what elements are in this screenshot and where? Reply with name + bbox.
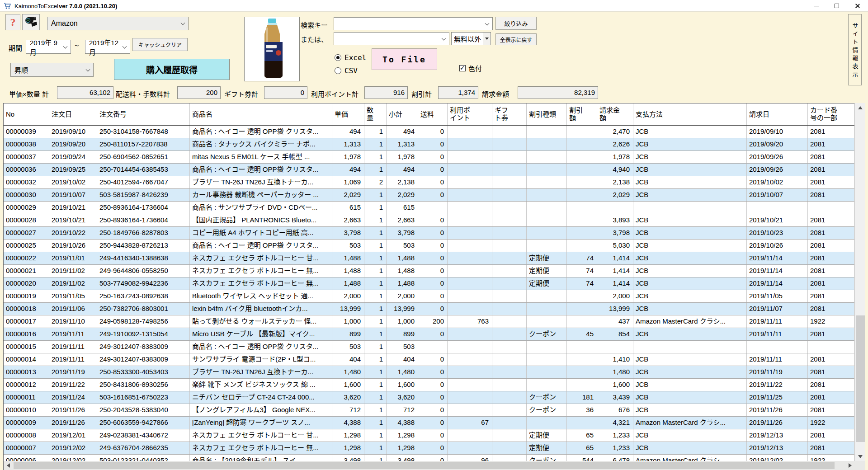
cell-card[interactable]: 2081: [808, 353, 854, 366]
col-header-card[interactable]: カード番号の一部: [808, 103, 854, 125]
cell-discount-amount[interactable]: 65: [567, 442, 597, 454]
cell-qty[interactable]: 1: [364, 189, 387, 201]
cell-no[interactable]: 00000019: [4, 290, 49, 302]
cell-gift[interactable]: [492, 214, 527, 226]
cell-shipping[interactable]: 0: [418, 151, 448, 163]
cell-billed-amount[interactable]: 1,414: [597, 265, 633, 277]
cell-card[interactable]: 2081: [808, 303, 854, 315]
cell-order-date[interactable]: 2019/11/02: [49, 265, 97, 277]
cell-billed-amount[interactable]: 2,470: [597, 126, 633, 138]
cell-product[interactable]: 商品名 : ヘイコー 透明 OPP袋 クリスタ...: [190, 341, 332, 353]
cell-order-date[interactable]: 2019/11/11: [49, 353, 97, 366]
cell-billed-amount[interactable]: 1,233: [597, 442, 633, 454]
cell-qty[interactable]: 1: [364, 315, 387, 328]
cell-billed-amount[interactable]: 3,798: [597, 227, 633, 239]
cell-subtotal[interactable]: 404: [387, 353, 418, 366]
table-row[interactable]: 000000152019/11/11249-3012407-8383009商品名…: [4, 341, 854, 353]
cell-unit-price[interactable]: 3,498: [332, 455, 364, 461]
cell-order-no[interactable]: 249-6376704-2866235: [97, 442, 190, 454]
minimize-button[interactable]: [806, 0, 826, 12]
cell-unit-price[interactable]: 1,600: [332, 379, 364, 391]
table-row[interactable]: 000000062019/12/02503-0123321-0440352商品名…: [4, 455, 854, 461]
cell-discount-type[interactable]: 定期便: [527, 265, 567, 277]
cell-qty[interactable]: 1: [364, 341, 387, 353]
cell-billed-amount[interactable]: 4,940: [597, 164, 633, 176]
cell-unit-price[interactable]: 899: [332, 328, 364, 340]
table-row[interactable]: 000000392019/09/10250-3104158-7667848商品名…: [4, 126, 854, 138]
cell-discount-type[interactable]: [527, 227, 567, 239]
cell-order-date[interactable]: 2019/09/24: [49, 151, 97, 163]
cell-discount-amount[interactable]: 181: [567, 391, 597, 404]
cell-shipping[interactable]: 0: [418, 290, 448, 302]
cell-gift[interactable]: [492, 391, 527, 404]
cell-no[interactable]: 00000027: [4, 227, 49, 239]
cell-shipping[interactable]: 0: [418, 455, 448, 461]
cell-payment[interactable]: JCB: [633, 227, 747, 239]
cell-order-date[interactable]: 2019/11/11: [49, 341, 97, 353]
cell-bill-date[interactable]: 2019/11/14: [747, 277, 808, 290]
cell-gift[interactable]: [492, 328, 527, 340]
cell-unit-price[interactable]: 615: [332, 202, 364, 214]
cell-payment[interactable]: Amazon MasterCard クラシ...: [633, 455, 747, 461]
cell-shipping[interactable]: 0: [418, 227, 448, 239]
cell-gift[interactable]: [492, 429, 527, 442]
cell-no[interactable]: 00000013: [4, 366, 49, 378]
cell-discount-type[interactable]: [527, 176, 567, 188]
table-row[interactable]: 000000082019/12/01249-0238381-4340672ネスカ…: [4, 429, 854, 442]
cell-subtotal[interactable]: 1,298: [387, 442, 418, 454]
cell-payment[interactable]: JCB: [633, 391, 747, 404]
cell-billed-amount[interactable]: [597, 341, 633, 353]
cell-discount-amount[interactable]: 65: [567, 429, 597, 442]
cell-billed-amount[interactable]: 3,439: [597, 391, 633, 404]
cell-payment[interactable]: JCB: [633, 265, 747, 277]
col-header-shipping[interactable]: 送料: [418, 103, 448, 125]
cell-card[interactable]: 2081: [808, 442, 854, 454]
radio-csv[interactable]: CSV: [335, 66, 358, 75]
cell-payment[interactable]: JCB: [633, 404, 747, 416]
cell-subtotal[interactable]: 1,488: [387, 265, 418, 277]
cell-subtotal[interactable]: 3,620: [387, 391, 418, 404]
cell-order-date[interactable]: 2019/11/11: [49, 328, 97, 340]
cell-payment[interactable]: JCB: [633, 214, 747, 226]
cell-unit-price[interactable]: 2,663: [332, 214, 364, 226]
cell-order-no[interactable]: 503-0123321-0440352: [97, 455, 190, 461]
cell-product[interactable]: [ZanYeing] 超防寒 ワークブーツ スノ...: [190, 417, 332, 429]
cell-points[interactable]: 763: [448, 315, 492, 328]
cell-order-date[interactable]: 2019/09/25: [49, 164, 97, 176]
cell-payment[interactable]: JCB: [633, 379, 747, 391]
cell-points[interactable]: [448, 404, 492, 416]
cell-order-no[interactable]: 249-3012407-8383009: [97, 341, 190, 353]
cell-discount-amount[interactable]: [567, 315, 597, 328]
cell-subtotal[interactable]: 13,999: [387, 303, 418, 315]
close-button[interactable]: [847, 0, 868, 12]
cell-points[interactable]: [448, 214, 492, 226]
cell-unit-price[interactable]: 2,000: [332, 290, 364, 302]
cell-product[interactable]: ブラザー TN-26J TN26J 互換トナーカ...: [190, 176, 332, 188]
cell-payment[interactable]: Amazon MasterCard クラシ...: [633, 315, 747, 328]
cell-card[interactable]: 2081: [808, 366, 854, 378]
cell-order-date[interactable]: 2019/11/26: [49, 417, 97, 429]
col-header-points[interactable]: 利用ポイント: [448, 103, 492, 125]
cell-no[interactable]: 00000029: [4, 202, 49, 214]
cell-order-date[interactable]: 2019/09/10: [49, 126, 97, 138]
cell-billed-amount[interactable]: 676: [597, 404, 633, 416]
cell-shipping[interactable]: 0: [418, 265, 448, 277]
cell-card[interactable]: 2081: [808, 164, 854, 176]
cell-card[interactable]: 2081: [808, 290, 854, 302]
cell-unit-price[interactable]: 4,388: [332, 417, 364, 429]
cell-discount-amount[interactable]: 74: [567, 252, 597, 264]
cell-subtotal[interactable]: 1,488: [387, 252, 418, 264]
cell-no[interactable]: 00000037: [4, 151, 49, 163]
cell-order-no[interactable]: 250-9443828-8726213: [97, 240, 190, 252]
cell-qty[interactable]: 1: [364, 138, 387, 150]
cell-unit-price[interactable]: 1,313: [332, 138, 364, 150]
cell-order-no[interactable]: 250-7382706-8803001: [97, 303, 190, 315]
cell-qty[interactable]: 1: [364, 391, 387, 404]
cell-no[interactable]: 00000022: [4, 252, 49, 264]
table-row[interactable]: 000000272019/10/22250-1849766-8287803コピー…: [4, 227, 854, 240]
cell-subtotal[interactable]: 2,029: [387, 189, 418, 201]
cell-points[interactable]: [448, 429, 492, 442]
horizontal-scrollbar[interactable]: [4, 461, 854, 470]
cell-product[interactable]: ニチバン セロテープ CT-24 CT-24 000...: [190, 391, 332, 404]
cell-shipping[interactable]: 0: [418, 214, 448, 226]
